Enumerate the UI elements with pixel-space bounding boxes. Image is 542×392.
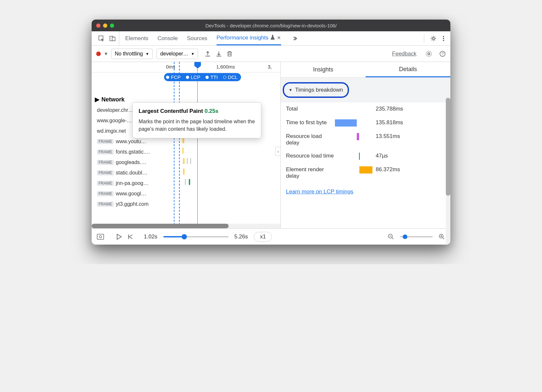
timing-value: 47µs — [376, 153, 388, 160]
network-row[interactable]: FRAMEwww.googl… — [92, 188, 280, 199]
req-bar[interactable] — [190, 158, 191, 164]
timing-label: Resource load delay — [286, 133, 335, 146]
play-icon[interactable] — [116, 234, 122, 240]
frame-tag: FRAME — [97, 202, 114, 207]
badge-dcl[interactable]: DCL — [221, 73, 241, 81]
horizontal-scrollbar[interactable] — [92, 224, 280, 228]
timing-label: Resource load time — [286, 153, 335, 160]
network-row-label: yt3.ggpht.com — [116, 201, 149, 207]
maximize-window-button[interactable] — [110, 23, 114, 28]
help-icon[interactable]: ? — [439, 51, 446, 57]
frame-tag: FRAME — [97, 191, 114, 196]
close-tab-icon[interactable]: ✕ — [277, 35, 281, 41]
inspect-element-icon[interactable] — [98, 35, 105, 42]
svg-point-3 — [432, 38, 434, 39]
close-window-button[interactable] — [96, 23, 100, 28]
tab-details[interactable]: Details — [366, 62, 450, 77]
network-row-label: jnn-pa.goog… — [116, 180, 149, 186]
tab-elements[interactable]: Elements — [125, 31, 148, 45]
timing-label: Total — [286, 106, 335, 113]
kebab-menu-icon[interactable] — [443, 35, 444, 42]
frame-tag: FRAME — [97, 149, 114, 155]
zoom-out-icon[interactable] — [388, 234, 394, 240]
network-row-label: www.youtu… — [116, 139, 146, 144]
badge-fcp[interactable]: FCP — [164, 73, 184, 81]
network-row-label: wd.imgix.net — [97, 128, 126, 134]
metric-badges: FCP LCP TTI DCL — [164, 73, 241, 81]
network-row-label: static.doubl… — [116, 170, 147, 176]
badge-lcp[interactable]: LCP — [184, 73, 203, 81]
req-bar[interactable] — [182, 148, 184, 154]
badge-tti[interactable]: TTI — [203, 73, 221, 81]
lcp-tooltip: Largest Contentful Paint 0.25s Marks the… — [132, 102, 261, 138]
time-slider[interactable] — [163, 236, 229, 237]
timing-value: 235.788ms — [376, 106, 403, 113]
timing-value: 135.818ms — [376, 119, 403, 127]
gear-icon[interactable] — [430, 35, 437, 42]
tab-sources[interactable]: Sources — [187, 31, 207, 45]
zoom-slider[interactable] — [400, 236, 433, 237]
timing-bar-area — [335, 106, 372, 113]
playback-footer: 1.02s 5.26s x1 — [92, 228, 450, 245]
req-bar[interactable] — [185, 179, 186, 185]
zoom-in-icon[interactable] — [439, 234, 445, 240]
timing-row: Resource load delay13.551ms — [281, 130, 450, 149]
req-bar[interactable] — [183, 158, 185, 164]
window-titlebar: DevTools - developer.chrome.com/blog/new… — [92, 20, 450, 31]
timing-bar — [357, 133, 359, 140]
details-panel: Insights Details ▼Timings breakdown Tota… — [281, 62, 450, 228]
network-row-label: fonts.gstatic.… — [116, 149, 150, 155]
minimize-window-button[interactable] — [103, 23, 107, 28]
svg-point-7 — [428, 53, 430, 55]
preview-icon[interactable] — [97, 234, 104, 240]
delete-icon[interactable] — [227, 51, 233, 57]
svg-text:?: ? — [442, 52, 444, 56]
throttling-dropdown[interactable]: No throttling▼ — [111, 49, 153, 59]
time-current: 1.02s — [144, 234, 158, 240]
timing-row: Time to first byte135.818ms — [281, 116, 450, 130]
tooltip-body: Marks the point in the page load timelin… — [139, 118, 255, 133]
timeline-panel: 0ms 1,600ms 3, FCP LCP TTI DCL ▶ Network… — [92, 62, 281, 228]
speed-selector[interactable]: x1 — [254, 232, 272, 242]
settings-gear-icon[interactable] — [426, 51, 432, 57]
perf-toolbar: ▾ No throttling▼ developer…▼ Feedback ? — [92, 46, 450, 62]
timing-bar-area — [335, 133, 372, 140]
learn-more-link[interactable]: Learn more on LCP timings — [281, 183, 450, 201]
expand-panel-icon[interactable]: › — [275, 147, 281, 156]
req-bar[interactable] — [183, 169, 185, 174]
timing-bar-area — [335, 119, 372, 127]
svg-point-4 — [443, 36, 444, 37]
frame-tag: FRAME — [97, 160, 114, 165]
feedback-link[interactable]: Feedback — [392, 51, 416, 57]
timing-label: Time to first byte — [286, 119, 335, 127]
req-bar[interactable] — [189, 179, 190, 185]
timing-value: 13.551ms — [376, 133, 400, 146]
flask-icon — [270, 35, 275, 41]
timing-bar — [335, 119, 357, 127]
tab-performance-insights[interactable]: Performance insights ✕ — [217, 31, 281, 45]
rewind-icon[interactable] — [128, 234, 133, 240]
req-bar[interactable] — [187, 158, 188, 164]
frame-tag: FRAME — [97, 170, 114, 175]
time-ruler: 0ms 1,600ms 3, — [92, 62, 280, 72]
network-row-label: www.googl… — [116, 191, 146, 197]
tab-insights[interactable]: Insights — [281, 62, 366, 77]
timing-bar-area — [335, 153, 372, 160]
import-icon[interactable] — [216, 51, 222, 57]
network-row-label: developer.chr… — [97, 107, 133, 113]
more-tabs-icon[interactable] — [292, 36, 297, 41]
network-row-label: www.google-… — [97, 118, 132, 124]
vertical-scrollbar[interactable] — [446, 95, 450, 245]
network-row[interactable]: FRAMEyt3.ggpht.com — [92, 199, 280, 209]
frame-tag: FRAME — [97, 181, 114, 186]
device-toggle-icon[interactable] — [109, 35, 116, 42]
record-button[interactable] — [96, 52, 101, 56]
svg-point-6 — [443, 40, 444, 41]
tab-console[interactable]: Console — [158, 31, 178, 45]
frame-tag: FRAME — [97, 139, 114, 144]
export-icon[interactable] — [204, 51, 211, 57]
timings-breakdown-header[interactable]: ▼Timings breakdown — [283, 82, 349, 98]
origin-dropdown[interactable]: developer…▼ — [157, 49, 198, 59]
svg-point-12 — [99, 235, 102, 238]
record-dropdown-icon[interactable]: ▾ — [105, 51, 107, 57]
